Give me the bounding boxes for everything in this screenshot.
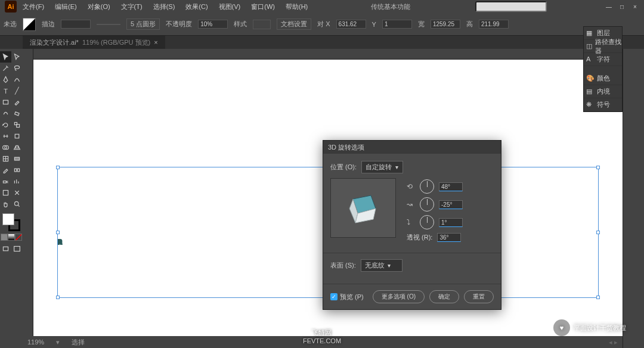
pathfinder-icon: ◫ <box>586 42 593 51</box>
preview-checkbox[interactable]: ✓预览 (P) <box>330 293 364 302</box>
menu-effect[interactable]: 效果(C) <box>181 1 212 13</box>
perspective-grid-tool[interactable] <box>11 142 23 153</box>
tab-close-icon[interactable]: × <box>154 39 157 46</box>
angle-y-dial[interactable] <box>420 197 434 212</box>
slice-tool[interactable] <box>11 187 23 198</box>
panel-color[interactable]: 🎨颜色 <box>584 72 622 85</box>
shape-builder-tool[interactable] <box>0 142 11 153</box>
horizontal-ruler[interactable] <box>33 49 623 60</box>
svg-rect-10 <box>14 169 16 172</box>
layers-icon: ▦ <box>586 29 595 38</box>
zoom-tool[interactable] <box>11 198 23 210</box>
opacity-input[interactable] <box>198 20 228 29</box>
x-input[interactable] <box>336 20 366 29</box>
menu-type[interactable]: 文字(T) <box>116 1 147 13</box>
rotation-cube-preview[interactable] <box>330 178 396 238</box>
position-select[interactable]: 自定旋转 ▾ <box>361 161 403 173</box>
status-selection-label: 选择 <box>72 338 85 347</box>
svg-rect-2 <box>15 112 19 116</box>
scale-tool[interactable] <box>11 119 23 130</box>
angle-y-input[interactable] <box>439 200 463 209</box>
menu-help[interactable]: 帮助(H) <box>281 1 312 13</box>
eraser-tool[interactable] <box>11 108 23 119</box>
search-input[interactable] <box>475 1 547 12</box>
shaper-tool[interactable] <box>0 108 11 119</box>
fill-stroke-control[interactable] <box>2 213 20 231</box>
curvature-tool[interactable] <box>11 74 23 85</box>
graph-tool[interactable] <box>11 176 23 187</box>
zoom-level[interactable]: 119% <box>27 338 44 346</box>
menu-object[interactable]: 对象(O) <box>83 1 115 13</box>
pen-tool[interactable] <box>0 74 11 85</box>
rotate-tool[interactable] <box>0 119 11 130</box>
symbol-sprayer-tool[interactable] <box>0 176 11 187</box>
w-input[interactable] <box>431 20 460 29</box>
more-options-button[interactable]: 更多选项 (O) <box>373 290 425 303</box>
angle-z-input[interactable] <box>439 218 463 227</box>
angle-z-dial[interactable] <box>420 215 434 229</box>
stroke-style[interactable] <box>97 24 120 25</box>
handle-tl[interactable] <box>56 166 60 169</box>
minimize-button[interactable]: — <box>605 2 613 11</box>
free-transform-tool[interactable] <box>11 130 23 142</box>
selection-tool[interactable] <box>0 51 11 63</box>
y-input[interactable] <box>382 20 412 29</box>
hand-tool[interactable] <box>0 198 11 210</box>
handle-mr[interactable] <box>596 231 600 234</box>
change-screen-mode[interactable] <box>11 243 23 254</box>
handle-ml[interactable] <box>56 231 60 234</box>
gradient-tool[interactable] <box>11 153 23 164</box>
surface-select[interactable]: 无底纹 ▾ <box>361 259 402 272</box>
blend-tool[interactable] <box>11 164 23 176</box>
angle-x-dial[interactable] <box>420 179 434 194</box>
ok-button[interactable]: 确定 <box>429 290 459 303</box>
dialog-title[interactable]: 3D 旋转选项 <box>323 141 501 154</box>
eyedropper-tool[interactable] <box>0 164 11 176</box>
handle-tr[interactable] <box>596 166 600 169</box>
magic-wand-tool[interactable] <box>0 63 11 74</box>
maximize-button[interactable]: □ <box>618 2 626 11</box>
panel-symbols[interactable]: ❋符号 <box>584 98 622 111</box>
preview-label: 预览 (P) <box>340 293 364 302</box>
reset-button[interactable]: 重置 <box>464 290 494 303</box>
menu-select[interactable]: 选择(S) <box>148 1 180 13</box>
opacity-label: 不透明度 <box>166 20 192 29</box>
document-tab[interactable]: 渲染文字设计.ai* 119% (RGB/GPU 预览) × <box>23 36 165 49</box>
color-mode-none[interactable] <box>15 234 22 241</box>
menu-file[interactable]: 文件(F) <box>18 1 49 13</box>
lasso-tool[interactable] <box>11 63 23 74</box>
handle-br[interactable] <box>596 296 600 299</box>
workspace-switcher[interactable]: 传统基本功能 <box>371 2 410 11</box>
artboard-tool[interactable] <box>0 187 11 198</box>
angle-x-input[interactable] <box>439 182 463 191</box>
brush-preset-select[interactable]: 5 点圆形 <box>126 18 160 30</box>
color-mode-color[interactable] <box>1 234 8 241</box>
panel-pathfinder[interactable]: ◫路径查找器 <box>584 40 622 53</box>
color-mode-gradient[interactable] <box>8 234 15 241</box>
menu-edit[interactable]: 编辑(E) <box>50 1 82 13</box>
rectangle-tool[interactable] <box>0 97 11 108</box>
graphic-style-select[interactable] <box>253 20 271 29</box>
axis-x-icon: ⟲ <box>407 182 415 191</box>
svg-rect-13 <box>3 190 8 195</box>
type-tool[interactable]: T <box>0 85 11 97</box>
document-setup-button[interactable]: 文档设置 <box>277 18 311 30</box>
line-tool[interactable]: ╱ <box>11 85 23 97</box>
close-button[interactable]: × <box>631 2 639 11</box>
paintbrush-tool[interactable] <box>11 97 23 108</box>
mesh-tool[interactable] <box>0 153 11 164</box>
direct-selection-tool[interactable] <box>11 51 23 63</box>
width-tool[interactable] <box>0 130 11 142</box>
perspective-input[interactable] <box>437 233 461 242</box>
fill-swatch[interactable] <box>2 213 14 225</box>
screen-mode[interactable] <box>0 243 11 254</box>
h-input[interactable] <box>479 20 509 29</box>
stroke-weight-input[interactable] <box>61 20 91 29</box>
fill-stroke-swatch[interactable] <box>23 18 36 31</box>
vertical-ruler[interactable] <box>23 49 33 348</box>
menu-view[interactable]: 视图(V) <box>214 1 246 13</box>
right-dock[interactable] <box>623 49 644 348</box>
menu-window[interactable]: 窗口(W) <box>246 1 280 13</box>
handle-bl[interactable] <box>56 296 60 299</box>
panel-swatches[interactable]: ▤内境 <box>584 85 622 98</box>
